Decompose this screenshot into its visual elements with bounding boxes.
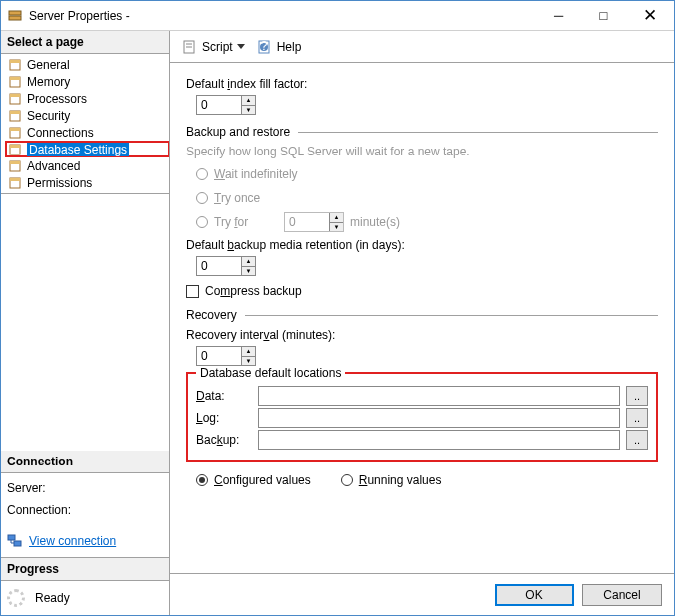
app-icon bbox=[7, 8, 23, 24]
log-label: Log: bbox=[196, 411, 252, 425]
window-title: Server Properties - bbox=[29, 9, 536, 23]
help-button[interactable]: ? Help bbox=[253, 37, 306, 57]
running-values-radio[interactable] bbox=[341, 474, 353, 486]
try-for-radio bbox=[196, 216, 208, 228]
connection-label: Connection: bbox=[7, 499, 164, 521]
svg-rect-13 bbox=[10, 145, 20, 148]
backup-hint: Specify how long SQL Server will wait fo… bbox=[186, 145, 658, 158]
sidebar-item-security[interactable]: Security bbox=[5, 107, 169, 124]
progress-status: Ready bbox=[35, 591, 70, 605]
fill-factor-stepper[interactable]: ▲▼ bbox=[196, 95, 256, 115]
progress-spinner-icon bbox=[7, 589, 25, 607]
select-page-header: Select a page bbox=[1, 31, 169, 54]
sidebar-item-processors[interactable]: Processors bbox=[5, 90, 169, 107]
locations-header: Database default locations bbox=[196, 366, 345, 380]
backup-path-input[interactable] bbox=[258, 430, 620, 450]
recovery-header: Recovery bbox=[186, 308, 237, 322]
data-label: Data: bbox=[196, 389, 252, 403]
svg-rect-19 bbox=[14, 541, 21, 546]
dialog-footer: OK Cancel bbox=[170, 573, 674, 615]
svg-rect-17 bbox=[10, 178, 20, 181]
server-label: Server: bbox=[7, 477, 164, 499]
cancel-button[interactable]: Cancel bbox=[582, 584, 662, 606]
script-icon bbox=[182, 39, 198, 55]
database-default-locations-group: Database default locations Data:.. Log:.… bbox=[186, 372, 658, 462]
log-path-input[interactable] bbox=[258, 408, 620, 428]
sidebar-item-general[interactable]: General bbox=[5, 56, 169, 73]
close-button[interactable]: ✕ bbox=[626, 1, 674, 30]
chevron-down-icon bbox=[237, 44, 245, 49]
sidebar: Select a page General Memory Processors … bbox=[1, 31, 170, 615]
connection-header: Connection bbox=[1, 451, 169, 473]
svg-rect-11 bbox=[10, 128, 20, 131]
sidebar-item-memory[interactable]: Memory bbox=[5, 73, 169, 90]
configured-values-label: Configured values bbox=[214, 473, 311, 487]
svg-rect-0 bbox=[9, 11, 21, 15]
fill-factor-label: Default index fill factor: bbox=[186, 77, 658, 91]
svg-rect-1 bbox=[9, 16, 21, 20]
svg-text:?: ? bbox=[260, 39, 267, 53]
try-once-label: Try once bbox=[214, 191, 260, 205]
sidebar-item-database-settings[interactable]: Database Settings bbox=[5, 141, 169, 157]
try-once-radio bbox=[196, 192, 208, 204]
recovery-interval-stepper[interactable]: ▲▼ bbox=[196, 346, 256, 366]
maximize-button[interactable]: □ bbox=[581, 1, 626, 30]
page-list: General Memory Processors Security Conne… bbox=[1, 54, 169, 193]
running-values-label: Running values bbox=[359, 473, 442, 487]
try-for-label: Try for bbox=[214, 215, 278, 229]
svg-rect-15 bbox=[10, 161, 20, 164]
retention-stepper[interactable]: ▲▼ bbox=[196, 256, 256, 276]
backup-path-label: Backup: bbox=[196, 433, 252, 447]
retention-label: Default backup media retention (in days)… bbox=[186, 238, 658, 252]
sidebar-item-connections[interactable]: Connections bbox=[5, 124, 169, 141]
svg-rect-5 bbox=[10, 77, 20, 80]
try-for-unit: minute(s) bbox=[350, 215, 400, 229]
data-browse-button[interactable]: .. bbox=[626, 386, 648, 406]
title-bar: Server Properties - ─ □ ✕ bbox=[1, 1, 674, 31]
sidebar-item-permissions[interactable]: Permissions bbox=[5, 174, 169, 191]
compress-backup-checkbox[interactable] bbox=[186, 285, 199, 298]
svg-rect-3 bbox=[10, 60, 20, 63]
data-path-input[interactable] bbox=[258, 386, 620, 406]
svg-rect-9 bbox=[10, 111, 20, 114]
svg-rect-18 bbox=[8, 535, 15, 540]
log-browse-button[interactable]: .. bbox=[626, 408, 648, 428]
help-icon: ? bbox=[257, 39, 273, 55]
main-panel: Script ? Help Default index fill factor:… bbox=[170, 31, 674, 615]
spin-down-icon[interactable]: ▼ bbox=[242, 106, 255, 115]
wait-indefinitely-label: Wait indefinitely bbox=[214, 167, 298, 181]
ok-button[interactable]: OK bbox=[495, 584, 574, 606]
view-connection-link[interactable]: View connection bbox=[29, 534, 116, 548]
svg-rect-7 bbox=[10, 94, 20, 97]
configured-values-radio[interactable] bbox=[196, 474, 208, 486]
wait-indefinitely-radio bbox=[196, 168, 208, 180]
script-button[interactable]: Script bbox=[178, 37, 249, 57]
try-for-stepper: ▲▼ bbox=[284, 212, 344, 232]
progress-header: Progress bbox=[1, 558, 169, 581]
backup-browse-button[interactable]: .. bbox=[626, 430, 648, 450]
toolbar: Script ? Help bbox=[170, 31, 674, 63]
recovery-interval-label: Recovery interval (minutes): bbox=[186, 328, 658, 342]
compress-backup-label: Compress backup bbox=[205, 284, 302, 298]
minimize-button[interactable]: ─ bbox=[536, 1, 581, 30]
spin-up-icon[interactable]: ▲ bbox=[242, 96, 255, 106]
network-icon bbox=[7, 533, 23, 549]
sidebar-item-advanced[interactable]: Advanced bbox=[5, 157, 169, 174]
backup-restore-header: Backup and restore bbox=[186, 125, 290, 139]
server-properties-window: Server Properties - ─ □ ✕ Select a page … bbox=[0, 0, 675, 616]
